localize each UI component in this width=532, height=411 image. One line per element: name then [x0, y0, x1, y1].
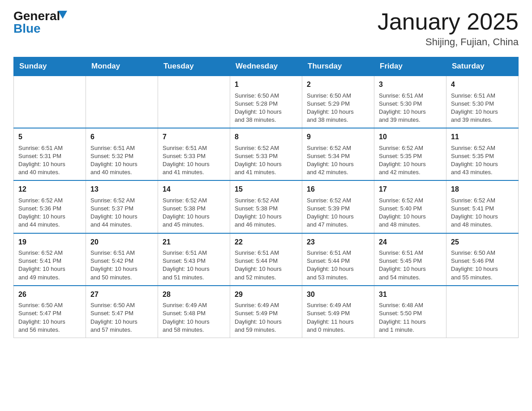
- day-info: Sunrise: 6:49 AM Sunset: 5:48 PM Dayligh…: [163, 301, 225, 334]
- calendar-day-cell: [446, 286, 519, 338]
- day-info: Sunrise: 6:51 AM Sunset: 5:45 PM Dayligh…: [379, 249, 442, 282]
- day-number: 6: [90, 132, 153, 142]
- day-info: Sunrise: 6:48 AM Sunset: 5:50 PM Dayligh…: [379, 301, 442, 334]
- calendar-day-cell: 18Sunrise: 6:52 AM Sunset: 5:41 PM Dayli…: [446, 180, 519, 233]
- day-info: Sunrise: 6:50 AM Sunset: 5:29 PM Dayligh…: [307, 92, 369, 124]
- calendar-day-cell: 28Sunrise: 6:49 AM Sunset: 5:48 PM Dayli…: [158, 286, 230, 338]
- calendar-day-header: Sunday: [14, 57, 86, 76]
- day-info: Sunrise: 6:52 AM Sunset: 5:41 PM Dayligh…: [451, 197, 514, 229]
- calendar-day-cell: 6Sunrise: 6:51 AM Sunset: 5:32 PM Daylig…: [86, 128, 158, 180]
- calendar-day-cell: 7Sunrise: 6:51 AM Sunset: 5:33 PM Daylig…: [158, 128, 230, 180]
- day-number: 4: [451, 80, 514, 90]
- calendar-day-cell: 5Sunrise: 6:51 AM Sunset: 5:31 PM Daylig…: [14, 128, 86, 180]
- calendar-day-cell: 30Sunrise: 6:49 AM Sunset: 5:49 PM Dayli…: [302, 286, 374, 338]
- logo: General Blue: [13, 9, 67, 36]
- day-number: 22: [235, 237, 297, 247]
- day-number: 31: [379, 290, 442, 300]
- day-number: 7: [163, 132, 225, 142]
- calendar-day-cell: [86, 76, 158, 128]
- calendar-day-header: Friday: [374, 57, 446, 76]
- calendar-day-cell: 1Sunrise: 6:50 AM Sunset: 5:28 PM Daylig…: [230, 76, 302, 128]
- calendar-day-cell: [14, 76, 86, 128]
- calendar-day-cell: 27Sunrise: 6:50 AM Sunset: 5:47 PM Dayli…: [86, 286, 158, 338]
- calendar-week-row: 1Sunrise: 6:50 AM Sunset: 5:28 PM Daylig…: [14, 76, 519, 128]
- day-number: 16: [307, 184, 369, 194]
- day-number: 27: [90, 290, 153, 300]
- day-number: 9: [307, 132, 369, 142]
- calendar-day-cell: 13Sunrise: 6:52 AM Sunset: 5:37 PM Dayli…: [86, 180, 158, 233]
- calendar-day-header: Monday: [86, 57, 158, 76]
- day-number: 26: [18, 290, 81, 300]
- calendar-day-cell: 8Sunrise: 6:52 AM Sunset: 5:33 PM Daylig…: [230, 128, 302, 180]
- day-info: Sunrise: 6:50 AM Sunset: 5:47 PM Dayligh…: [90, 301, 153, 334]
- calendar-header-row: SundayMondayTuesdayWednesdayThursdayFrid…: [14, 57, 519, 76]
- calendar-day-cell: 16Sunrise: 6:52 AM Sunset: 5:39 PM Dayli…: [302, 180, 374, 233]
- day-info: Sunrise: 6:51 AM Sunset: 5:44 PM Dayligh…: [307, 249, 369, 282]
- day-info: Sunrise: 6:51 AM Sunset: 5:44 PM Dayligh…: [235, 249, 297, 282]
- day-number: 3: [379, 80, 442, 90]
- day-info: Sunrise: 6:51 AM Sunset: 5:43 PM Dayligh…: [163, 249, 225, 282]
- calendar-day-cell: 14Sunrise: 6:52 AM Sunset: 5:38 PM Dayli…: [158, 180, 230, 233]
- day-info: Sunrise: 6:49 AM Sunset: 5:49 PM Dayligh…: [307, 301, 369, 334]
- page-header: General Blue January 2025 Shijing, Fujia…: [13, 9, 519, 48]
- day-number: 19: [18, 237, 81, 247]
- day-info: Sunrise: 6:51 AM Sunset: 5:33 PM Dayligh…: [163, 144, 225, 177]
- day-info: Sunrise: 6:50 AM Sunset: 5:46 PM Dayligh…: [451, 249, 514, 282]
- day-info: Sunrise: 6:52 AM Sunset: 5:37 PM Dayligh…: [90, 197, 153, 229]
- day-info: Sunrise: 6:52 AM Sunset: 5:40 PM Dayligh…: [379, 197, 442, 229]
- day-info: Sunrise: 6:52 AM Sunset: 5:35 PM Dayligh…: [451, 144, 514, 177]
- title-section: January 2025 Shijing, Fujian, China: [378, 9, 519, 48]
- calendar-day-header: Wednesday: [230, 57, 302, 76]
- month-title: January 2025: [378, 9, 519, 34]
- calendar-day-cell: 24Sunrise: 6:51 AM Sunset: 5:45 PM Dayli…: [374, 233, 446, 286]
- day-number: 2: [307, 80, 369, 90]
- day-number: 30: [307, 290, 369, 300]
- day-number: 28: [163, 290, 225, 300]
- day-info: Sunrise: 6:52 AM Sunset: 5:39 PM Dayligh…: [307, 197, 369, 229]
- calendar-day-cell: 21Sunrise: 6:51 AM Sunset: 5:43 PM Dayli…: [158, 233, 230, 286]
- day-info: Sunrise: 6:52 AM Sunset: 5:35 PM Dayligh…: [379, 144, 442, 177]
- calendar-table: SundayMondayTuesdayWednesdayThursdayFrid…: [13, 57, 519, 338]
- calendar-day-cell: 19Sunrise: 6:52 AM Sunset: 5:41 PM Dayli…: [14, 233, 86, 286]
- day-info: Sunrise: 6:52 AM Sunset: 5:36 PM Dayligh…: [18, 197, 81, 229]
- logo-triangle-icon: [58, 11, 67, 19]
- day-number: 1: [235, 80, 297, 90]
- day-number: 17: [379, 184, 442, 194]
- calendar-day-cell: 10Sunrise: 6:52 AM Sunset: 5:35 PM Dayli…: [374, 128, 446, 180]
- calendar-week-row: 19Sunrise: 6:52 AM Sunset: 5:41 PM Dayli…: [14, 233, 519, 286]
- logo-blue-text: Blue: [13, 21, 41, 36]
- day-info: Sunrise: 6:52 AM Sunset: 5:34 PM Dayligh…: [307, 144, 369, 177]
- day-info: Sunrise: 6:51 AM Sunset: 5:31 PM Dayligh…: [18, 144, 81, 177]
- calendar-day-header: Tuesday: [158, 57, 230, 76]
- calendar-day-cell: 15Sunrise: 6:52 AM Sunset: 5:38 PM Dayli…: [230, 180, 302, 233]
- day-info: Sunrise: 6:51 AM Sunset: 5:32 PM Dayligh…: [90, 144, 153, 177]
- day-number: 11: [451, 132, 514, 142]
- day-info: Sunrise: 6:52 AM Sunset: 5:33 PM Dayligh…: [235, 144, 297, 177]
- day-info: Sunrise: 6:52 AM Sunset: 5:38 PM Dayligh…: [235, 197, 297, 229]
- calendar-day-cell: 17Sunrise: 6:52 AM Sunset: 5:40 PM Dayli…: [374, 180, 446, 233]
- day-number: 24: [379, 237, 442, 247]
- calendar-day-cell: 23Sunrise: 6:51 AM Sunset: 5:44 PM Dayli…: [302, 233, 374, 286]
- calendar-week-row: 5Sunrise: 6:51 AM Sunset: 5:31 PM Daylig…: [14, 128, 519, 180]
- calendar-day-cell: 29Sunrise: 6:49 AM Sunset: 5:49 PM Dayli…: [230, 286, 302, 338]
- day-number: 5: [18, 132, 81, 142]
- day-number: 14: [163, 184, 225, 194]
- day-number: 25: [451, 237, 514, 247]
- day-number: 20: [90, 237, 153, 247]
- day-number: 29: [235, 290, 297, 300]
- day-info: Sunrise: 6:51 AM Sunset: 5:30 PM Dayligh…: [379, 92, 442, 124]
- day-info: Sunrise: 6:51 AM Sunset: 5:42 PM Dayligh…: [90, 249, 153, 282]
- calendar-day-cell: 20Sunrise: 6:51 AM Sunset: 5:42 PM Dayli…: [86, 233, 158, 286]
- day-number: 10: [379, 132, 442, 142]
- day-number: 8: [235, 132, 297, 142]
- day-info: Sunrise: 6:50 AM Sunset: 5:47 PM Dayligh…: [18, 301, 81, 334]
- day-number: 18: [451, 184, 514, 194]
- day-number: 13: [90, 184, 153, 194]
- calendar-day-cell: [158, 76, 230, 128]
- day-info: Sunrise: 6:52 AM Sunset: 5:38 PM Dayligh…: [163, 197, 225, 229]
- calendar-day-cell: 12Sunrise: 6:52 AM Sunset: 5:36 PM Dayli…: [14, 180, 86, 233]
- calendar-day-cell: 31Sunrise: 6:48 AM Sunset: 5:50 PM Dayli…: [374, 286, 446, 338]
- calendar-week-row: 12Sunrise: 6:52 AM Sunset: 5:36 PM Dayli…: [14, 180, 519, 233]
- day-number: 12: [18, 184, 81, 194]
- calendar-day-cell: 2Sunrise: 6:50 AM Sunset: 5:29 PM Daylig…: [302, 76, 374, 128]
